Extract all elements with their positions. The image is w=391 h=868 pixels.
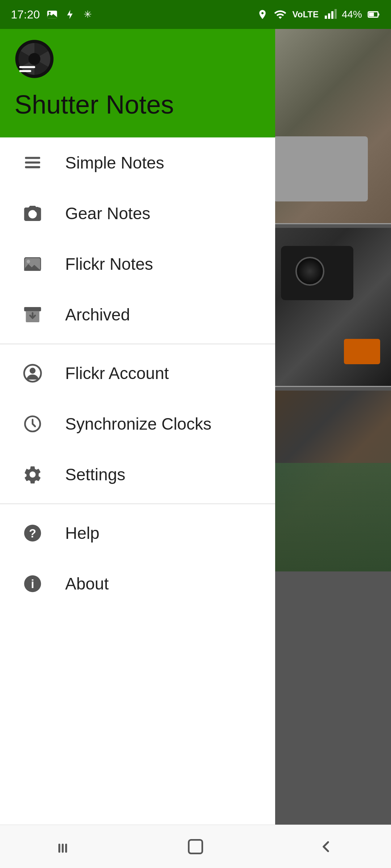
svg-marker-23 [67,10,73,19]
section-divider-1 [0,344,275,344]
home-icon [186,838,205,856]
info-circle-icon: i [18,569,47,598]
status-left: 17:20 ✳ [11,8,94,21]
location-icon [257,8,268,21]
svg-rect-32 [58,843,60,852]
sidebar-item-help[interactable]: ? Help [0,508,275,558]
nav-section: Simple Notes Gear Notes [0,137,275,868]
status-right: VoLTE 44% [257,8,380,21]
svg-rect-6 [25,166,40,168]
photo-status-icon [46,8,59,21]
svg-text:i: i [31,577,34,591]
section-divider-2 [0,503,275,504]
battery-icon [367,8,380,21]
svg-point-11 [27,260,30,263]
volte-indicator: VoLTE [293,9,319,20]
navigation-drawer: Shutter Notes Simple Notes Gear Notes [0,0,275,868]
svg-rect-34 [65,843,67,852]
camera-gear-icon [18,199,47,228]
background-image-3 [261,391,391,571]
svg-rect-33 [62,843,64,852]
recent-apps-icon [56,838,74,856]
app-title: Shutter Notes [14,90,261,119]
misc-status-icon: ✳ [81,8,94,21]
svg-rect-31 [378,13,379,16]
svg-rect-12 [24,307,41,311]
svg-rect-35 [189,840,202,854]
signal-icon [324,8,337,21]
sidebar-item-gear-notes[interactable]: Gear Notes [0,188,275,239]
sidebar-item-settings[interactable]: Settings [0,449,275,500]
sidebar-item-sync-clocks[interactable]: Synchronize Clocks [0,399,275,449]
gear-settings-icon [18,460,47,489]
svg-rect-4 [25,157,40,159]
svg-text:✳: ✳ [84,9,92,20]
sidebar-item-sync-clocks-label: Synchronize Clocks [65,414,211,434]
svg-rect-25 [325,16,327,19]
svg-rect-2 [19,66,35,68]
svg-point-14 [30,368,35,374]
svg-text:?: ? [29,527,36,540]
menu-lines-icon [18,148,47,177]
sidebar-item-simple-notes-label: Simple Notes [65,153,164,173]
app-logo-container [14,39,261,79]
person-circle-icon [18,359,47,388]
back-button[interactable] [304,832,348,861]
sidebar-item-flickr-notes[interactable]: Flickr Notes [0,239,275,289]
home-button[interactable] [174,832,217,861]
background-image-2 [261,228,391,387]
question-circle-icon: ? [18,519,47,548]
sidebar-item-archived-label: Archived [65,305,130,324]
right-background-panel [261,0,391,868]
svg-rect-30 [369,13,374,17]
clock-circle-icon [18,409,47,438]
sidebar-item-archived[interactable]: Archived [0,289,275,340]
sidebar-item-settings-label: Settings [65,465,125,484]
svg-rect-26 [328,13,330,19]
svg-rect-28 [335,9,337,19]
sidebar-item-about-label: About [65,574,109,593]
sidebar-item-simple-notes[interactable]: Simple Notes [0,137,275,188]
sidebar-item-flickr-account-label: Flickr Account [65,363,169,383]
recent-apps-button[interactable] [43,832,87,861]
status-time: 17:20 [11,8,40,21]
back-icon [317,838,335,856]
svg-point-22 [49,12,51,14]
sidebar-item-about[interactable]: i About [0,558,275,609]
image-gallery-icon [18,250,47,278]
svg-rect-3 [19,70,31,72]
archive-download-icon [18,300,47,329]
flash-status-icon [64,8,75,21]
sidebar-item-help-label: Help [65,523,100,543]
battery-percentage: 44% [342,9,362,20]
svg-rect-27 [331,11,333,19]
background-image-1 [261,29,391,224]
svg-rect-5 [25,162,40,164]
wifi-icon [273,8,287,21]
sidebar-item-flickr-notes-label: Flickr Notes [65,254,153,274]
svg-point-1 [29,53,41,65]
sidebar-item-flickr-account[interactable]: Flickr Account [0,348,275,399]
app-logo-icon [14,39,54,79]
status-bar: 17:20 ✳ VoLTE [0,0,391,29]
sidebar-item-gear-notes-label: Gear Notes [65,204,150,223]
bottom-navigation-bar [0,825,391,868]
